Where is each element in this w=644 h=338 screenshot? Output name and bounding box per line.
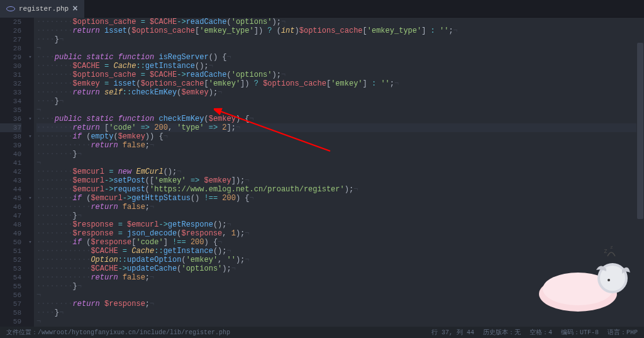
line-number: 43: [0, 176, 21, 185]
fold-marker: [26, 282, 34, 291]
fold-marker: [26, 18, 34, 26]
code-line[interactable]: ············return false;¬: [36, 203, 644, 211]
code-line[interactable]: ········}¬: [36, 211, 644, 220]
fold-marker: [26, 176, 34, 185]
code-line[interactable]: ········if (empty($emkey)) {¬: [36, 132, 644, 141]
code-line[interactable]: ············Option::updateOption('emkey'…: [36, 256, 644, 264]
fold-marker: [26, 97, 34, 106]
code-line[interactable]: ········$response = json_decode($respons…: [36, 229, 644, 238]
close-icon[interactable]: ×: [72, 4, 77, 14]
scrollbar-vertical[interactable]: [636, 18, 644, 327]
line-number: 33: [0, 88, 21, 97]
line-numbers: 2526272829303132333435363738394041424344…: [0, 18, 26, 327]
code-line[interactable]: ········return ['code' => 200, 'type' =>…: [36, 123, 644, 132]
line-number: 52: [0, 256, 21, 264]
line-number: 42: [0, 167, 21, 176]
code-line[interactable]: ····public static function isRegServer()…: [36, 53, 644, 62]
status-history[interactable]: 历史版本：无: [483, 328, 521, 337]
code-line[interactable]: ············$CACHE = Cache::getInstance(…: [36, 247, 644, 256]
status-encoding[interactable]: 编码：UTF-8: [561, 328, 599, 337]
code-line[interactable]: ········return self::checkEmKey($emkey);…: [36, 88, 644, 97]
fold-marker: [26, 211, 34, 220]
line-number: 55: [0, 282, 21, 291]
line-number: 35: [0, 106, 21, 115]
tab-register[interactable]: register.php ×: [0, 0, 84, 18]
editor: 2526272829303132333435363738394041424344…: [0, 18, 644, 327]
code-line[interactable]: ········$emcurl = new EmCurl();¬: [36, 167, 644, 176]
code-area[interactable]: ········$options_cache = $CACHE->readCac…: [34, 18, 644, 327]
code-line[interactable]: ············return false;¬: [36, 273, 644, 282]
fold-marker: [26, 203, 34, 211]
line-number: 38: [0, 132, 21, 141]
line-number: 37: [0, 123, 21, 132]
code-line[interactable]: ····}¬: [36, 97, 644, 106]
code-line[interactable]: ········$options_cache = $CACHE->readCac…: [36, 70, 644, 79]
code-line[interactable]: ········return $response;¬: [36, 300, 644, 308]
code-line[interactable]: ····}¬: [36, 35, 644, 44]
status-filepath: 文件位置：/wwwroot/hytongfanyixue.cn/include/…: [6, 328, 230, 337]
line-number: 30: [0, 62, 21, 70]
code-line[interactable]: ¬: [36, 44, 644, 53]
fold-marker: [26, 79, 34, 88]
code-line[interactable]: ········$response = $emcurl->getRespone(…: [36, 220, 644, 229]
fold-marker: [26, 123, 34, 132]
status-bar: 文件位置：/wwwroot/hytongfanyixue.cn/include/…: [0, 327, 644, 338]
fold-marker: [26, 167, 34, 176]
code-line[interactable]: ········$options_cache = $CACHE->readCac…: [36, 18, 644, 26]
tab-label: register.php: [19, 5, 69, 13]
fold-marker: [26, 185, 34, 194]
code-line[interactable]: ¬: [36, 317, 644, 326]
fold-marker[interactable]: ▾: [26, 194, 34, 203]
code-line[interactable]: ¬: [36, 106, 644, 115]
line-number: 27: [0, 35, 21, 44]
status-lang[interactable]: 语言：PHP: [608, 328, 638, 337]
code-line[interactable]: ········$emcurl->setPost(['emkey' => $em…: [36, 176, 644, 185]
code-line[interactable]: ····}¬: [36, 308, 644, 317]
fold-marker: [26, 88, 34, 97]
code-line[interactable]: ········return isset($options_cache['emk…: [36, 26, 644, 35]
status-cursor[interactable]: 行 37, 列 44: [431, 328, 474, 337]
fold-marker: [26, 141, 34, 150]
line-number: 39: [0, 141, 21, 150]
code-line[interactable]: ········$emkey = isset($options_cache['e…: [36, 79, 644, 88]
code-line[interactable]: ············return false;¬: [36, 141, 644, 150]
fold-marker: [26, 256, 34, 264]
scrollbar-thumb[interactable]: [637, 43, 643, 219]
fold-marker: [26, 26, 34, 35]
fold-marker: [26, 291, 34, 300]
line-number: 53: [0, 264, 21, 273]
line-number: 56: [0, 291, 21, 300]
line-number: 26: [0, 26, 21, 35]
fold-marker[interactable]: ▾: [26, 238, 34, 247]
line-number: 40: [0, 150, 21, 159]
line-number: 46: [0, 203, 21, 211]
fold-marker: [26, 300, 34, 308]
code-line[interactable]: ············$CACHE->updateCache('options…: [36, 264, 644, 273]
code-line[interactable]: ¬: [36, 159, 644, 167]
status-spaces[interactable]: 空格：4: [530, 328, 552, 337]
line-number: 49: [0, 229, 21, 238]
fold-marker[interactable]: ▾: [26, 53, 34, 62]
fold-column[interactable]: ▾▾▾▾▾: [26, 18, 34, 327]
svg-point-0: [7, 6, 15, 11]
line-number: 34: [0, 97, 21, 106]
line-number: 44: [0, 185, 21, 194]
code-line[interactable]: ········}¬: [36, 150, 644, 159]
fold-marker: [26, 308, 34, 317]
code-line[interactable]: ········$CACHE = Cache::getInstance();¬: [36, 62, 644, 70]
line-number: 36: [0, 115, 21, 123]
code-line[interactable]: ········if ($response['code'] !== 200) {…: [36, 238, 644, 247]
code-line[interactable]: ····public static function checkEmKey($e…: [36, 115, 644, 123]
fold-marker: [26, 159, 34, 167]
code-line[interactable]: ········$emcurl->request('https://www.em…: [36, 185, 644, 194]
code-line[interactable]: ········}¬: [36, 282, 644, 291]
fold-marker: [26, 70, 34, 79]
fold-marker: [26, 150, 34, 159]
code-line[interactable]: ········if ($emcurl->getHttpStatus() !==…: [36, 194, 644, 203]
line-number: 51: [0, 247, 21, 256]
code-line[interactable]: ¬: [36, 291, 644, 300]
line-number: 54: [0, 273, 21, 282]
fold-marker[interactable]: ▾: [26, 132, 34, 141]
fold-marker[interactable]: ▾: [26, 115, 34, 123]
line-number: 25: [0, 18, 21, 26]
